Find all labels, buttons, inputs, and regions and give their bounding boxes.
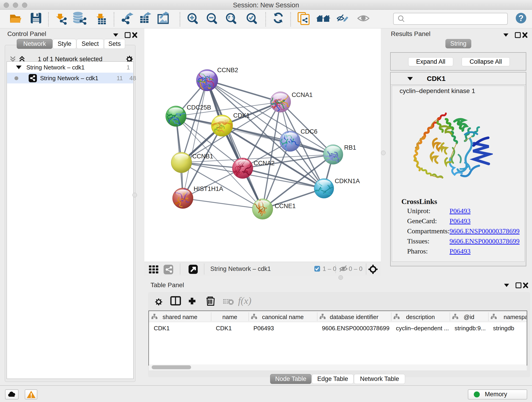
svg-text:CCNA2: CCNA2 — [254, 160, 275, 167]
svg-text:CCNB2: CCNB2 — [217, 67, 238, 74]
svg-text:CDC25B: CDC25B — [187, 104, 211, 111]
svg-text:CDK1: CDK1 — [233, 112, 250, 119]
svg-text:CCNE1: CCNE1 — [275, 203, 296, 210]
svg-text:?: ? — [519, 13, 524, 23]
svg-text:RB1: RB1 — [344, 144, 356, 151]
svg-text:CCNB1: CCNB1 — [192, 153, 213, 160]
svg-text:f(x): f(x) — [238, 295, 251, 306]
svg-text:CDC6: CDC6 — [301, 128, 317, 135]
svg-text:HIST1H1A: HIST1H1A — [194, 185, 223, 192]
svg-text:CDKN1A: CDKN1A — [335, 178, 360, 185]
svg-text:CCNA1: CCNA1 — [292, 91, 313, 98]
